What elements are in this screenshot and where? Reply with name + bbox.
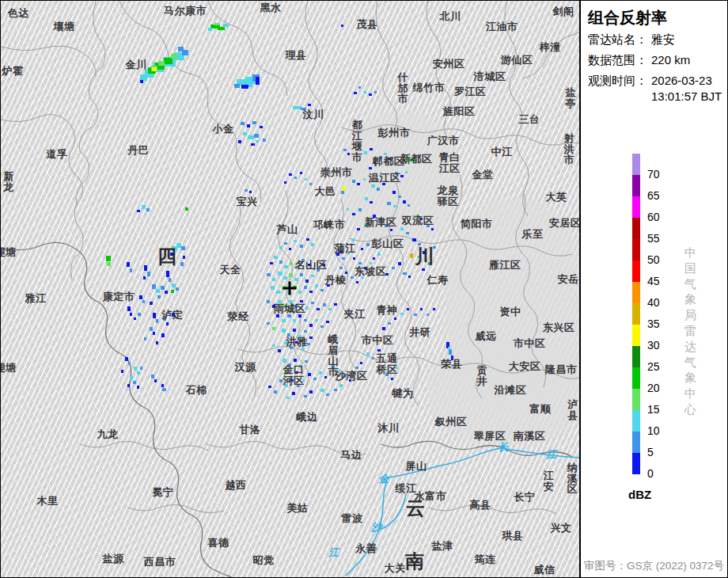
radar-echo-pixel — [358, 208, 362, 211]
radar-echo-pixel — [408, 204, 410, 207]
map-label: 沐川 — [378, 423, 400, 434]
radar-echo-pixel — [249, 191, 252, 193]
radar-echo-pixel — [134, 318, 136, 320]
radar-echo-pixel — [267, 273, 271, 276]
radar-echo-pixel — [218, 27, 225, 30]
radar-echo-pixel — [166, 271, 169, 277]
legend-color-cell — [632, 196, 640, 218]
map-label: 名山区 — [295, 260, 328, 271]
radar-echo-pixel — [153, 332, 155, 335]
radar-echo-pixel — [427, 314, 429, 316]
radar-echo-pixel — [254, 134, 259, 138]
map-label: 都江堰市 — [351, 120, 363, 163]
radar-echo-pixel — [370, 201, 373, 203]
info-panel: 组合反射率 雷达站名： 雅安 数据范围： 220 km 观测时间： 2026-0… — [581, 1, 727, 577]
map-label: 涪城区 — [474, 71, 506, 82]
radar-echo-pixel — [407, 308, 409, 310]
radar-echo-pixel — [304, 319, 307, 321]
map-label: 大关 — [385, 563, 406, 574]
radar-echo-pixel — [171, 54, 177, 59]
radar-echo-pixel — [334, 303, 337, 306]
radar-echo-pixel — [127, 262, 130, 267]
radar-echo-pixel — [128, 362, 131, 365]
radar-echo-pixel — [137, 210, 140, 212]
radar-echo-pixel — [403, 200, 406, 203]
radar-echo-pixel — [284, 242, 287, 245]
radar-echo-pixel — [276, 291, 280, 294]
map-label: 彭州市 — [378, 127, 411, 139]
obs-date-value: 2026-03-23 — [651, 74, 712, 87]
radar-echo-pixel — [391, 378, 393, 380]
radar-echo-pixel — [300, 273, 303, 276]
map-label: 筠连 — [475, 554, 496, 565]
radar-echo-pixel — [234, 84, 240, 88]
radar-echo-pixel — [282, 319, 286, 322]
radar-echo-pixel — [165, 291, 168, 294]
radar-echo-pixel — [300, 172, 302, 174]
radar-echo-pixel — [256, 140, 259, 143]
radar-echo-pixel — [140, 367, 142, 370]
map-label: 南溪区 — [514, 431, 546, 442]
radar-echo-pixel — [152, 67, 157, 71]
radar-echo-pixel — [130, 313, 132, 316]
radar-echo-pixel — [157, 295, 161, 299]
radar-echo-pixel — [241, 85, 248, 89]
map-label: 中江 — [491, 146, 513, 158]
map-label: 越西 — [226, 480, 247, 491]
radar-echo-pixel — [377, 253, 381, 256]
radar-echo-pixel — [347, 208, 349, 211]
radar-echo-pixel — [274, 256, 278, 259]
map-label: 江 — [328, 547, 339, 558]
map-label: 九龙 — [97, 429, 119, 440]
map-label: 市中区 — [514, 338, 546, 349]
radar-echo-pixel — [311, 302, 314, 304]
map-label: 丹棱 — [325, 275, 347, 286]
radar-echo-pixel — [272, 327, 275, 330]
radar-echo-pixel — [309, 183, 312, 185]
radar-echo-pixel — [356, 281, 358, 283]
map-label: 雷波 — [342, 513, 363, 524]
radar-echo-pixel — [208, 28, 212, 31]
radar-echo-pixel — [263, 139, 266, 142]
radar-echo-pixel — [360, 362, 362, 364]
radar-echo-pixel — [147, 272, 150, 276]
radar-echo-pixel — [309, 337, 313, 339]
map-label: 雁江区 — [489, 260, 521, 271]
radar-map-canvas[interactable]: 色达壤塘马尔康市黑水北川剑阁江油市茂县梓潼游仙区安州区理县涪城区绵竹市什邡市罗江… — [1, 1, 581, 577]
radar-echo-pixel — [422, 268, 425, 271]
radar-echo-pixel — [301, 348, 305, 351]
radar-echo-pixel — [180, 262, 184, 266]
radar-echo-pixel — [130, 376, 133, 380]
radar-echo-pixel — [392, 191, 396, 194]
map-label: 高县 — [470, 500, 491, 511]
map-label: 汶川 — [303, 109, 324, 120]
radar-echo-pixel — [248, 84, 252, 87]
map-label: 理塘 — [1, 247, 17, 258]
radar-echo-pixel — [320, 325, 324, 328]
map-label: 长 — [498, 442, 509, 453]
map-label: 乐至 — [522, 229, 544, 240]
radar-echo-pixel — [171, 290, 174, 293]
legend-tick: 30 — [647, 339, 660, 352]
radar-echo-pixel — [140, 80, 143, 83]
radar-echo-pixel — [164, 58, 173, 64]
radar-echo-pixel — [410, 253, 413, 258]
legend-color-cell — [632, 453, 640, 474]
legend-color-cell — [632, 154, 640, 175]
radar-echo-pixel — [392, 267, 395, 269]
map-label: 壤塘 — [54, 21, 75, 32]
product-title: 组合反射率 — [588, 7, 667, 29]
radar-echo-pixel — [364, 151, 367, 154]
map-label: 盐源 — [103, 553, 124, 565]
radar-echo-pixel — [256, 77, 260, 85]
radar-echo-pixel — [363, 178, 366, 181]
radar-echo-pixel — [403, 272, 407, 275]
radar-echo-pixel — [176, 287, 179, 291]
radar-echo-pixel — [161, 333, 165, 337]
radar-echo-pixel — [286, 397, 290, 399]
map-label: 绥江 — [396, 483, 417, 494]
radar-echo-pixel — [133, 381, 136, 384]
map-label: 梓潼 — [540, 42, 561, 53]
map-label: 沙湾区 — [336, 371, 368, 382]
radar-echo-pixel — [161, 384, 164, 387]
